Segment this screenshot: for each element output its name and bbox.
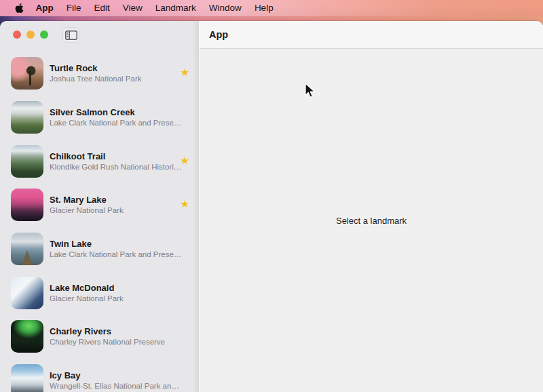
apple-logo-icon bbox=[15, 3, 24, 14]
menu-item-view[interactable]: View bbox=[116, 0, 149, 16]
detail-placeholder: Select a landmark bbox=[336, 216, 407, 226]
menu-item-landmark[interactable]: Landmark bbox=[149, 0, 202, 16]
landmark-name: Silver Salmon Creek bbox=[50, 106, 183, 118]
landmark-text: St. Mary Lake Glacier National Park bbox=[50, 194, 183, 216]
landmark-text: Icy Bay Wrangell-St. Elias National Park… bbox=[50, 370, 183, 391]
menu-item-edit[interactable]: Edit bbox=[88, 0, 116, 16]
landmark-park: Glacier National Park bbox=[50, 205, 183, 216]
landmark-name: Turtle Rock bbox=[50, 62, 183, 74]
landmark-text: Twin Lake Lake Clark National Park and P… bbox=[50, 238, 183, 260]
landmark-text: Silver Salmon Creek Lake Clark National … bbox=[50, 106, 183, 128]
landmark-name: Icy Bay bbox=[50, 370, 183, 381]
menu-item-help[interactable]: Help bbox=[248, 0, 280, 16]
landmark-name: Twin Lake bbox=[50, 238, 183, 250]
window-controls bbox=[13, 31, 48, 39]
landmark-park: Lake Clark National Park and Preserve bbox=[50, 118, 183, 128]
landmark-row[interactable]: St. Mary Lake Glacier National Park ★ bbox=[0, 183, 199, 227]
landmark-park: Charley Rivers National Preserve bbox=[50, 337, 183, 347]
landmark-row[interactable]: Twin Lake Lake Clark National Park and P… bbox=[0, 227, 199, 271]
landmark-text: Lake McDonald Glacier National Park bbox=[50, 282, 183, 304]
landmark-park: Klondike Gold Rush National Historic… bbox=[50, 162, 183, 172]
landmark-row[interactable]: Lake McDonald Glacier National Park ★ bbox=[0, 271, 199, 315]
menu-bar: AppFileEditViewLandmarkWindowHelp bbox=[0, 0, 543, 16]
landmark-row[interactable]: Chilkoot Trail Klondike Gold Rush Nation… bbox=[0, 139, 199, 183]
landmark-thumbnail bbox=[11, 320, 43, 353]
favorite-star-icon: ★ bbox=[181, 199, 189, 210]
detail-header[interactable]: App bbox=[200, 21, 543, 49]
landmark-park: Glacier National Park bbox=[50, 294, 183, 304]
favorite-star-icon: ★ bbox=[181, 68, 189, 79]
sidebar: Turtle Rock Joshua Tree National Park ★ … bbox=[0, 21, 200, 392]
menu-item-app[interactable]: App bbox=[29, 0, 60, 16]
landmark-row[interactable]: Silver Salmon Creek Lake Clark National … bbox=[0, 96, 199, 140]
landmark-name: Lake McDonald bbox=[50, 282, 183, 294]
zoom-button[interactable] bbox=[40, 31, 48, 39]
landmark-list: Turtle Rock Joshua Tree National Park ★ … bbox=[0, 49, 199, 392]
minimize-button[interactable] bbox=[26, 31, 35, 39]
landmark-park: Lake Clark National Park and Preserve bbox=[50, 250, 183, 260]
landmark-park: Wrangell-St. Elias National Park and Pre… bbox=[50, 381, 183, 391]
landmark-thumbnail bbox=[11, 277, 43, 309]
menu-item-window[interactable]: Window bbox=[202, 0, 248, 16]
landmark-name: Charley Rivers bbox=[50, 326, 183, 337]
sidebar-toggle-button[interactable] bbox=[62, 27, 80, 43]
app-window: Turtle Rock Joshua Tree National Park ★ … bbox=[0, 21, 543, 392]
favorite-star-icon: ★ bbox=[181, 155, 189, 166]
landmark-thumbnail bbox=[11, 101, 43, 134]
menu-item-file[interactable]: File bbox=[60, 0, 88, 16]
landmark-thumbnail bbox=[11, 145, 43, 178]
landmark-thumbnail bbox=[11, 57, 43, 90]
detail-title: App bbox=[209, 29, 228, 40]
landmark-name: St. Mary Lake bbox=[50, 194, 183, 205]
landmark-thumbnail bbox=[11, 233, 43, 265]
apple-menu[interactable] bbox=[9, 3, 29, 14]
detail-pane: App Select a landmark bbox=[200, 21, 543, 392]
landmark-text: Charley Rivers Charley Rivers National P… bbox=[50, 326, 183, 347]
landmark-name: Chilkoot Trail bbox=[50, 151, 183, 162]
landmark-park: Joshua Tree National Park bbox=[50, 74, 183, 84]
landmark-text: Chilkoot Trail Klondike Gold Rush Nation… bbox=[50, 151, 183, 172]
landmark-row[interactable]: Icy Bay Wrangell-St. Elias National Park… bbox=[0, 359, 199, 392]
landmark-row[interactable]: Charley Rivers Charley Rivers National P… bbox=[0, 315, 199, 359]
sidebar-titlebar[interactable] bbox=[0, 21, 199, 49]
landmark-row[interactable]: Turtle Rock Joshua Tree National Park ★ bbox=[0, 52, 199, 96]
close-button[interactable] bbox=[13, 31, 21, 39]
landmark-thumbnail bbox=[11, 364, 43, 392]
detail-body: Select a landmark bbox=[200, 49, 543, 392]
landmark-text: Turtle Rock Joshua Tree National Park bbox=[50, 62, 183, 84]
landmark-thumbnail bbox=[11, 189, 43, 221]
sidebar-toggle-icon bbox=[65, 31, 77, 40]
